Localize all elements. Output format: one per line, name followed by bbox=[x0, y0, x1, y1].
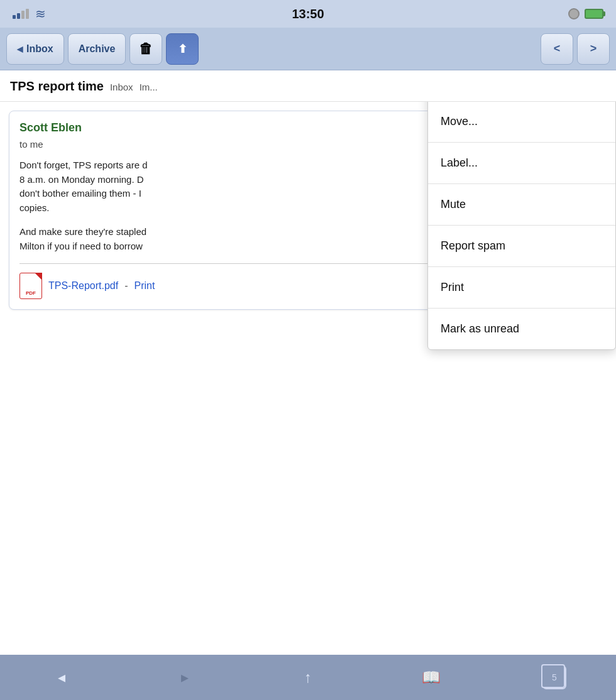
pdf-label-text: PDF bbox=[26, 290, 36, 296]
next-arrow-icon: > bbox=[590, 42, 597, 55]
dropdown-report-spam[interactable]: Report spam bbox=[428, 226, 615, 267]
dropdown-mute[interactable]: Mute bbox=[428, 184, 615, 226]
signal-bar-1 bbox=[13, 15, 16, 19]
dropdown-menu: Reply Move... Label... Mute Report spam … bbox=[427, 102, 616, 350]
dropdown-mute-label: Mute bbox=[441, 198, 466, 211]
dropdown-report-spam-label: Report spam bbox=[441, 239, 505, 252]
dropdown-label[interactable]: Label... bbox=[428, 143, 615, 184]
signal-bars-icon bbox=[13, 9, 29, 19]
status-bar: ≋ 13:50 bbox=[0, 0, 616, 28]
email-body-line1: Don't forget, TPS reports are d bbox=[19, 160, 148, 170]
trash-button[interactable]: 🗑 bbox=[129, 33, 162, 65]
pdf-icon: PDF bbox=[19, 273, 42, 299]
trash-icon: 🗑 bbox=[139, 41, 153, 57]
email-subject-row: TPS report time Inbox Im... bbox=[10, 79, 606, 94]
signal-bar-4 bbox=[26, 9, 29, 19]
tabs-count: 5 bbox=[552, 672, 557, 682]
book-icon: 📖 bbox=[422, 669, 441, 686]
email-body-line6: Milton if you if need to borrow bbox=[19, 241, 143, 251]
forward-button[interactable]: ▸ bbox=[171, 664, 199, 691]
attachment-sep: - bbox=[124, 280, 128, 292]
dropdown-label-label: Label... bbox=[441, 156, 478, 169]
back-arrow-icon: ◂ bbox=[58, 669, 65, 686]
status-right bbox=[568, 8, 603, 19]
inbox-button[interactable]: ◂ Inbox bbox=[6, 33, 64, 65]
up-arrows-icon: ⬆ bbox=[178, 42, 187, 56]
email-subject: TPS report time bbox=[10, 79, 104, 94]
archive-button[interactable]: Archive bbox=[68, 33, 126, 65]
more-actions-button[interactable]: ⬆ bbox=[166, 33, 199, 65]
toolbar: ◂ Inbox Archive 🗑 ⬆ < > bbox=[0, 28, 616, 70]
prev-arrow-icon: < bbox=[554, 42, 561, 55]
inbox-label: Inbox bbox=[26, 43, 53, 55]
phone-frame: ≋ 13:50 ◂ Inbox Archive 🗑 ⬆ < > bbox=[0, 0, 616, 700]
forward-arrow-icon: ▸ bbox=[181, 669, 189, 686]
prev-email-button[interactable]: < bbox=[541, 33, 573, 65]
back-button[interactable]: ◂ bbox=[48, 664, 75, 691]
email-body-line4: copies. bbox=[19, 202, 50, 213]
share-button[interactable]: ↑ bbox=[294, 664, 322, 691]
dropdown-mark-unread[interactable]: Mark as unread bbox=[428, 309, 615, 349]
email-body-line3: don't bother emailing them - I bbox=[19, 188, 141, 199]
location-icon bbox=[568, 8, 580, 19]
sender-name: Scott Eblen bbox=[19, 121, 82, 134]
dropdown-mark-unread-label: Mark as unread bbox=[441, 322, 519, 335]
dropdown-move[interactable]: Move... bbox=[428, 102, 615, 143]
attachment-print-link[interactable]: Print bbox=[134, 280, 155, 292]
dropdown-print-label: Print bbox=[441, 281, 464, 293]
tabs-badge: 5 bbox=[542, 665, 566, 689]
attachment-link[interactable]: TPS-Report.pdf bbox=[48, 280, 118, 292]
archive-label: Archive bbox=[79, 43, 116, 55]
signal-bar-3 bbox=[21, 11, 25, 19]
email-body-line5: And make sure they're stapled bbox=[19, 226, 146, 237]
next-email-button[interactable]: > bbox=[577, 33, 610, 65]
email-body-area: Scott Eblen 📎 to me Don't forget, TPS re… bbox=[0, 102, 616, 655]
dropdown-move-label: Move... bbox=[441, 115, 478, 128]
share-icon: ↑ bbox=[304, 669, 312, 686]
tabs-button[interactable]: 5 bbox=[541, 664, 568, 691]
email-header: TPS report time Inbox Im... bbox=[0, 70, 616, 102]
email-label-inbox: Inbox bbox=[110, 82, 133, 92]
bookmarks-button[interactable]: 📖 bbox=[417, 664, 445, 691]
bottom-bar: ◂ ▸ ↑ 📖 5 bbox=[0, 655, 616, 700]
email-body-line2: 8 a.m. on Monday morning. D bbox=[19, 174, 144, 185]
signal-bar-2 bbox=[17, 13, 20, 19]
email-label-im: Im... bbox=[140, 82, 158, 92]
battery-icon bbox=[585, 9, 603, 19]
status-time: 13:50 bbox=[292, 7, 324, 21]
status-left: ≋ bbox=[13, 6, 46, 21]
dropdown-print[interactable]: Print bbox=[428, 267, 615, 309]
wifi-icon: ≋ bbox=[35, 6, 46, 21]
